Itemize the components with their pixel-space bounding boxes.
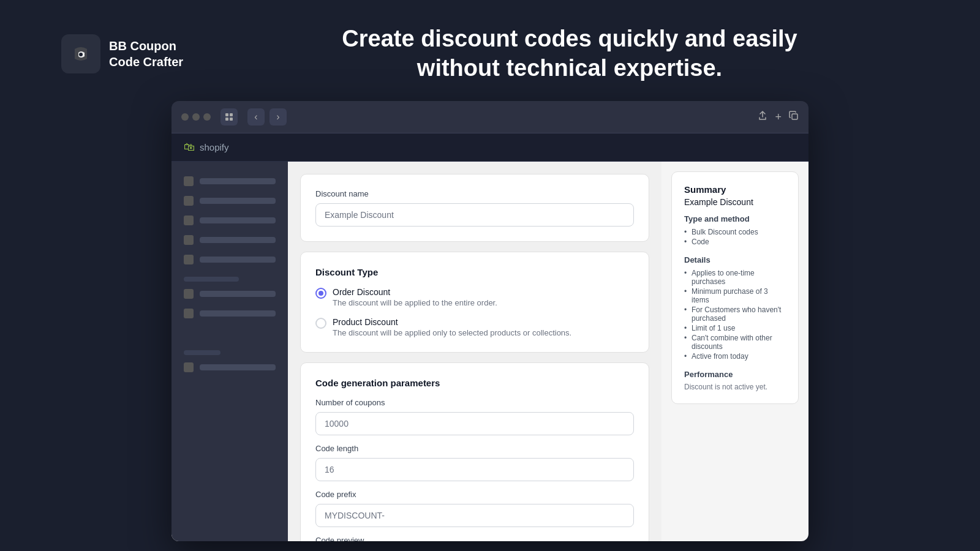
code-length-input[interactable] — [315, 458, 634, 481]
summary-type-item-1: Bulk Discount codes — [684, 227, 786, 237]
product-discount-label: Product Discount — [333, 317, 571, 327]
product-discount-option[interactable]: Product Discount The discount will be ap… — [315, 317, 634, 337]
sidebar-icon-1 — [184, 176, 194, 186]
discount-type-radio-group: Order Discount The discount will be appl… — [315, 287, 634, 337]
summary-details-list: Applies to one-time purchases Minimum pu… — [684, 268, 786, 361]
sidebar-section-1 — [172, 269, 288, 284]
new-tab-icon[interactable]: + — [775, 111, 782, 124]
shopify-navbar: 🛍 shopify — [172, 133, 809, 162]
shopify-logo-icon: 🛍 — [184, 141, 195, 154]
sidebar-item-2[interactable] — [172, 191, 288, 211]
sidebar-icon-8 — [184, 362, 194, 372]
summary-type-method-title: Type and method — [684, 214, 786, 223]
summary-detail-6: Active from today — [684, 351, 786, 361]
code-gen-card: Code generation parameters Number of cou… — [300, 362, 649, 541]
summary-panel: Summary Example Discount Type and method… — [662, 162, 809, 541]
shopify-logo: 🛍 shopify — [184, 141, 229, 154]
sidebar-icon-6 — [184, 289, 194, 299]
code-prefix-label: Code prefix — [315, 490, 634, 499]
browser-window: ‹ › + 🛍 shopify — [172, 101, 809, 541]
summary-type-method-list: Bulk Discount codes Code — [684, 227, 786, 247]
product-discount-text: Product Discount The discount will be ap… — [333, 317, 571, 337]
sidebar-item-7[interactable] — [172, 304, 288, 323]
browser-dots — [181, 113, 211, 121]
logo-icon — [61, 34, 100, 73]
main-content: Discount name Discount Type Order Discou… — [172, 162, 809, 541]
sidebar-icon-2 — [184, 196, 194, 206]
summary-detail-4: Limit of 1 use — [684, 323, 786, 333]
dot-red — [181, 113, 189, 121]
discount-name-input[interactable] — [315, 203, 634, 227]
code-length-label: Code length — [315, 444, 634, 453]
header-tagline: Create discount codes quickly and easily… — [221, 24, 919, 83]
code-gen-title: Code generation parameters — [315, 378, 634, 388]
dot-green — [203, 113, 211, 121]
sidebar-item-6[interactable] — [172, 284, 288, 304]
sidebar-icon-3 — [184, 216, 194, 225]
browser-nav-controls: ‹ › — [247, 108, 287, 126]
svg-point-0 — [79, 53, 83, 56]
sidebar-item-8[interactable] — [172, 358, 288, 377]
browser-chrome: ‹ › + — [172, 101, 809, 133]
svg-rect-1 — [225, 113, 228, 116]
forward-button[interactable]: › — [270, 108, 287, 126]
svg-rect-2 — [230, 113, 233, 116]
summary-title: Summary — [684, 184, 786, 195]
discount-type-title: Discount Type — [315, 267, 634, 277]
svg-rect-3 — [225, 118, 228, 121]
sidebar-icon-5 — [184, 255, 194, 264]
discount-name-label: Discount name — [315, 189, 634, 198]
order-discount-text: Order Discount The discount will be appl… — [333, 287, 497, 307]
dot-yellow — [192, 113, 200, 121]
num-coupons-label: Number of coupons — [315, 398, 634, 407]
svg-rect-5 — [792, 114, 797, 119]
product-discount-radio[interactable] — [315, 318, 326, 329]
logo-text: BB Coupon Code Crafter — [109, 38, 183, 70]
order-discount-option[interactable]: Order Discount The discount will be appl… — [315, 287, 634, 307]
summary-performance-text: Discount is not active yet. — [684, 383, 786, 391]
summary-details-title: Details — [684, 255, 786, 264]
summary-discount-name: Example Discount — [684, 197, 786, 207]
svg-rect-4 — [230, 118, 233, 121]
summary-detail-2: Minimum purchase of 3 items — [684, 287, 786, 305]
product-discount-desc: The discount will be applied only to sel… — [333, 328, 571, 337]
sidebar-item-4[interactable] — [172, 230, 288, 250]
sidebar-icon-7 — [184, 309, 194, 318]
logo-container: BB Coupon Code Crafter — [61, 34, 196, 73]
summary-card: Summary Example Discount Type and method… — [671, 171, 799, 404]
order-discount-radio[interactable] — [315, 288, 326, 299]
summary-type-item-2: Code — [684, 237, 786, 247]
summary-performance-title: Performance — [684, 370, 786, 379]
summary-detail-3: For Customers who haven't purchased — [684, 305, 786, 323]
order-discount-desc: The discount will be applied to the enti… — [333, 298, 497, 307]
summary-detail-5: Can't combine with other discounts — [684, 333, 786, 351]
browser-actions: + — [758, 111, 799, 124]
discount-type-card: Discount Type Order Discount The discoun… — [300, 252, 649, 353]
sidebar-icon-4 — [184, 235, 194, 245]
share-icon[interactable] — [758, 111, 767, 123]
sidebar-item-3[interactable] — [172, 211, 288, 230]
num-coupons-input[interactable] — [315, 412, 634, 435]
sidebar-section-2 — [172, 343, 288, 358]
code-preview-label: Code preview — [315, 536, 634, 541]
code-prefix-input[interactable] — [315, 504, 634, 527]
shopify-logo-text: shopify — [200, 142, 229, 152]
copy-icon[interactable] — [789, 111, 799, 123]
sidebar-item-1[interactable] — [172, 171, 288, 191]
discount-name-card: Discount name — [300, 174, 649, 242]
back-button[interactable]: ‹ — [247, 108, 265, 126]
sidebar-item-5[interactable] — [172, 250, 288, 269]
order-discount-label: Order Discount — [333, 287, 497, 297]
content-area: Discount name Discount Type Order Discou… — [288, 162, 662, 541]
summary-detail-1: Applies to one-time purchases — [684, 268, 786, 287]
header: BB Coupon Code Crafter Create discount c… — [0, 0, 980, 101]
grid-view-button[interactable] — [221, 108, 238, 126]
sidebar — [172, 162, 288, 541]
